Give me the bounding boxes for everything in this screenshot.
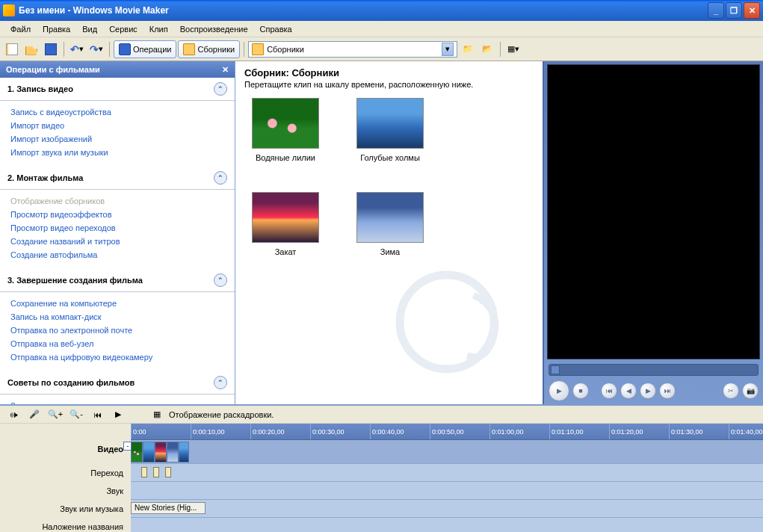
transition-track[interactable] (131, 464, 763, 482)
task-link[interactable]: Запись с видеоустройства (10, 105, 224, 119)
menu-файл[interactable]: Файл (4, 22, 37, 36)
section-header[interactable]: 3. Завершение создания фильма⌃ (0, 269, 235, 292)
new-folder-button[interactable]: 📂 (478, 40, 496, 58)
snapshot-button[interactable]: 📷 (742, 383, 759, 399)
undo-button[interactable]: ↶▾ (68, 40, 86, 58)
clip-thumbnail (356, 98, 424, 149)
task-link[interactable]: Импорт звука или музыки (10, 146, 224, 159)
menu-воспроизведение[interactable]: Воспроизведение (174, 22, 254, 36)
section-header[interactable]: Советы по созданию фильмов⌃ (0, 371, 235, 395)
minimize-button[interactable]: _ (708, 2, 724, 19)
collection-subtitle: Перетащите клип на шкалу времени, распол… (244, 80, 534, 89)
time-tick: 0:01:20,00 (609, 424, 643, 439)
tl-play-button[interactable]: ▶ (109, 406, 127, 424)
chevron-up-icon: ⌃ (214, 376, 227, 389)
clip-item[interactable]: Водяные лилии (244, 98, 327, 162)
audio-clip[interactable]: New Stories (Hig... (131, 502, 206, 514)
section-header[interactable]: 1. Запись видео⌃ (0, 78, 235, 101)
tasks-panel-title: Операции с фильмами (6, 65, 100, 74)
video-clip[interactable] (143, 442, 155, 463)
next-button[interactable]: ⏭ (659, 383, 676, 399)
tasks-panel-header: Операции с фильмами ✕ (0, 61, 235, 78)
tasks-close-button[interactable]: ✕ (222, 65, 229, 75)
section-header[interactable]: 2. Монтаж фильма⌃ (0, 167, 235, 190)
seek-handle[interactable] (551, 365, 560, 374)
split-button[interactable]: ✂ (723, 383, 739, 399)
maximize-button[interactable]: ❐ (726, 2, 742, 19)
redo-button[interactable]: ↷▾ (87, 40, 105, 58)
video-clip[interactable] (167, 442, 179, 463)
clip-item[interactable]: Зима (349, 192, 431, 256)
transition-clip[interactable] (153, 467, 159, 477)
view-button[interactable]: ▦▾ (504, 40, 522, 58)
collection-combo[interactable]: Сборники ▾ (248, 41, 457, 58)
task-link[interactable]: Создание названий и титров (10, 235, 224, 248)
timeline-tracks[interactable]: 0:000:00:10,000:00:20,000:00:30,000:00:4… (131, 424, 763, 532)
timeline-area: 🕪 🎤 🔍+ 🔍- ⏮ ▶ ▦ Отображение раскадровки.… (0, 404, 763, 532)
up-level-button[interactable]: 📁 (459, 40, 477, 58)
step-back-button[interactable]: ◀ (620, 383, 637, 399)
task-link[interactable]: Импорт видео (10, 119, 224, 132)
video-clip[interactable] (179, 442, 189, 463)
video-clip[interactable] (131, 442, 143, 463)
open-button[interactable] (22, 40, 40, 58)
step-fwd-button[interactable]: ▶ (640, 383, 656, 399)
audio-track[interactable] (131, 482, 763, 500)
tasks-icon (119, 43, 131, 55)
task-link[interactable]: Отправка по электронной почте (10, 324, 224, 337)
task-link[interactable]: Отправка на цифровую видеокамеру (10, 350, 224, 364)
section-title: 1. Запись видео (7, 84, 73, 93)
combo-value: Сборники (267, 45, 439, 54)
time-tick: 0:01:10,00 (549, 424, 584, 439)
close-button[interactable]: ✕ (744, 2, 760, 19)
prev-button[interactable]: ⏮ (601, 383, 617, 399)
main-area: Операции с фильмами ✕ 1. Запись видео⌃За… (0, 61, 763, 404)
task-link[interactable]: Создание автофильма (10, 248, 224, 262)
task-link[interactable]: Запись видео (10, 399, 224, 404)
menu-вид[interactable]: Вид (76, 22, 103, 36)
tl-zoom-out-button[interactable]: 🔍- (67, 406, 85, 424)
video-track[interactable] (131, 440, 763, 464)
task-link[interactable]: Импорт изображений (10, 132, 224, 146)
svg-point-0 (400, 275, 494, 369)
tl-rewind-button[interactable]: ⏮ (88, 406, 106, 424)
tl-narrate-button[interactable]: 🎤 (25, 406, 43, 424)
task-link[interactable]: Отправка на веб-узел (10, 337, 224, 350)
separator (64, 42, 64, 57)
menu-клип[interactable]: Клип (143, 22, 174, 36)
clip-item[interactable]: Закат (244, 192, 327, 256)
collections-toggle-button[interactable]: Сборники (178, 40, 240, 58)
play-button[interactable]: ▶ (549, 380, 569, 401)
track-labels: -ВидеоПереходЗвукЗвук или музыкаНаложени… (0, 424, 131, 532)
tl-levels-button[interactable]: 🕪 (4, 406, 22, 424)
time-tick: 0:00:30,00 (310, 424, 345, 439)
collection-pane: Сборник: Сборники Перетащите клип на шка… (235, 61, 543, 404)
clip-item[interactable]: Голубые холмы (349, 98, 431, 162)
save-button[interactable] (42, 40, 60, 58)
task-link[interactable]: Запись на компакт-диск (10, 310, 224, 324)
transition-clip[interactable] (141, 467, 147, 477)
time-ruler[interactable]: 0:000:00:10,000:00:20,000:00:30,000:00:4… (131, 424, 763, 440)
menu-сервис[interactable]: Сервис (103, 22, 143, 36)
video-clip[interactable] (155, 442, 167, 463)
new-button[interactable] (3, 40, 21, 58)
transition-clip[interactable] (165, 467, 171, 477)
title-track[interactable] (131, 518, 763, 532)
track-label: Наложение названия (0, 519, 131, 532)
task-link[interactable]: Просмотр видеоэффектов (10, 208, 224, 221)
watermark-icon (393, 255, 528, 389)
section-title: Советы по созданию фильмов (7, 378, 135, 387)
stop-button[interactable]: ■ (572, 383, 589, 399)
task-link[interactable]: Сохранение на компьютере (10, 297, 224, 310)
menu-правка[interactable]: Правка (37, 22, 76, 36)
task-link[interactable]: Просмотр видео переходов (10, 221, 224, 235)
storyboard-toggle-button[interactable]: ▦ (148, 406, 166, 424)
track-label: Звук или музыка (0, 501, 131, 519)
menu-справка[interactable]: Справка (254, 22, 298, 36)
track-label: Видео (0, 442, 131, 466)
music-track[interactable]: New Stories (Hig... (131, 500, 763, 518)
tasks-toggle-button[interactable]: Операции (114, 40, 176, 58)
preview-seekbar[interactable] (549, 364, 759, 376)
tl-zoom-in-button[interactable]: 🔍+ (46, 406, 64, 424)
separator (500, 42, 501, 57)
